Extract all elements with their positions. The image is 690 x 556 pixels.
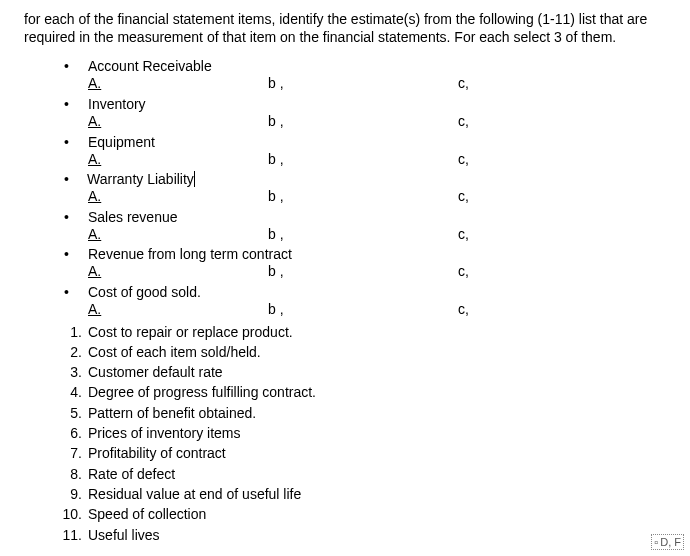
- estimate-item: 2.Cost of each item sold/held.: [62, 342, 666, 362]
- answer-row: A.b ,c,: [64, 225, 666, 245]
- answer-slot-c[interactable]: c,: [458, 262, 538, 282]
- answer-slot-a[interactable]: A.: [88, 112, 268, 132]
- answer-slot-b[interactable]: b ,: [268, 225, 458, 245]
- estimate-text: Prices of inventory items: [88, 423, 666, 443]
- answer-slot-c[interactable]: c,: [458, 225, 538, 245]
- answer-row: A.b ,c,: [64, 150, 666, 170]
- instructions-text: for each of the financial statement item…: [24, 10, 666, 46]
- answer-slot-b[interactable]: b ,: [268, 74, 458, 94]
- answer-row: A.b ,c,: [64, 112, 666, 132]
- item-header: Inventory: [64, 96, 666, 112]
- item-header: Revenue from long term contract: [64, 246, 666, 262]
- estimate-number: 2.: [62, 342, 88, 362]
- estimate-text: Degree of progress fulfilling contract.: [88, 382, 666, 402]
- estimate-item: 3.Customer default rate: [62, 362, 666, 382]
- item-header: Account Receivable: [64, 58, 666, 74]
- answer-row: A.b ,c,: [64, 187, 666, 207]
- estimate-text: Profitability of contract: [88, 443, 666, 463]
- financial-items-list: Account ReceivableA.b ,c,InventoryA.b ,c…: [64, 58, 666, 319]
- estimate-number: 11.: [62, 525, 88, 545]
- estimate-item: 7.Profitability of contract: [62, 443, 666, 463]
- item-header: Sales revenue: [64, 209, 666, 225]
- answer-slot-b[interactable]: b ,: [268, 187, 458, 207]
- answer-slot-c[interactable]: c,: [458, 300, 538, 320]
- answer-slot-a[interactable]: A.: [88, 300, 268, 320]
- estimate-number: 9.: [62, 484, 88, 504]
- item-name[interactable]: Cost of good sold.: [84, 284, 201, 300]
- answer-slot-b[interactable]: b ,: [268, 150, 458, 170]
- answer-slot-a[interactable]: A.: [88, 74, 268, 94]
- item-name[interactable]: Account Receivable: [84, 58, 212, 74]
- item-name[interactable]: Revenue from long term contract: [84, 246, 292, 262]
- focus-indicator-icon: ▫ D, F: [651, 534, 684, 550]
- estimate-number: 5.: [62, 403, 88, 423]
- financial-item: Sales revenueA.b ,c,: [64, 209, 666, 245]
- financial-item: Warranty LiabilityA.b ,c,: [64, 171, 666, 207]
- estimate-text: Speed of collection: [88, 504, 666, 524]
- answer-slot-c[interactable]: c,: [458, 112, 538, 132]
- bullet-icon: [64, 209, 84, 225]
- estimate-item: 4.Degree of progress fulfilling contract…: [62, 382, 666, 402]
- answer-slot-a[interactable]: A.: [88, 187, 268, 207]
- item-name[interactable]: Sales revenue: [84, 209, 178, 225]
- focus-label: D, F: [660, 536, 681, 548]
- estimate-number: 7.: [62, 443, 88, 463]
- bullet-icon: [64, 134, 84, 150]
- estimate-item: 11.Useful lives: [62, 525, 666, 545]
- bullet-icon: [64, 246, 84, 262]
- estimate-item: 8.Rate of defect: [62, 464, 666, 484]
- estimate-text: Cost to repair or replace product.: [88, 322, 666, 342]
- item-name[interactable]: Equipment: [84, 134, 155, 150]
- financial-item: Cost of good sold.A.b ,c,: [64, 284, 666, 320]
- answer-slot-c[interactable]: c,: [458, 74, 538, 94]
- answer-slot-b[interactable]: b ,: [268, 300, 458, 320]
- estimate-item: 10.Speed of collection: [62, 504, 666, 524]
- estimate-number: 6.: [62, 423, 88, 443]
- item-header: Warranty Liability: [64, 171, 666, 187]
- estimate-item: 9.Residual value at end of useful life: [62, 484, 666, 504]
- estimate-text: Useful lives: [88, 525, 666, 545]
- focus-box-icon: ▫: [654, 536, 658, 548]
- estimate-number: 3.: [62, 362, 88, 382]
- financial-item: Account ReceivableA.b ,c,: [64, 58, 666, 94]
- estimate-number: 8.: [62, 464, 88, 484]
- answer-row: A.b ,c,: [64, 262, 666, 282]
- estimate-text: Rate of defect: [88, 464, 666, 484]
- answer-row: A.b ,c,: [64, 74, 666, 94]
- financial-item: EquipmentA.b ,c,: [64, 134, 666, 170]
- estimate-number: 10.: [62, 504, 88, 524]
- bullet-icon: [64, 96, 84, 112]
- answer-slot-a[interactable]: A.: [88, 262, 268, 282]
- bullet-icon: [64, 284, 84, 300]
- estimate-text: Pattern of benefit obtained.: [88, 403, 666, 423]
- answer-slot-c[interactable]: c,: [458, 150, 538, 170]
- estimate-text: Residual value at end of useful life: [88, 484, 666, 504]
- answer-slot-b[interactable]: b ,: [268, 112, 458, 132]
- estimate-item: 6.Prices of inventory items: [62, 423, 666, 443]
- estimate-text: Customer default rate: [88, 362, 666, 382]
- estimate-item: 5.Pattern of benefit obtained.: [62, 403, 666, 423]
- answer-slot-a[interactable]: A.: [88, 225, 268, 245]
- estimate-number: 1.: [62, 322, 88, 342]
- item-header: Equipment: [64, 134, 666, 150]
- answer-slot-a[interactable]: A.: [88, 150, 268, 170]
- item-name[interactable]: Inventory: [84, 96, 146, 112]
- answer-row: A.b ,c,: [64, 300, 666, 320]
- item-name[interactable]: Warranty Liability: [83, 171, 195, 187]
- estimate-text: Cost of each item sold/held.: [88, 342, 666, 362]
- estimates-ordered-list: 1.Cost to repair or replace product.2.Co…: [62, 322, 666, 545]
- answer-slot-c[interactable]: c,: [458, 187, 538, 207]
- item-header: Cost of good sold.: [64, 284, 666, 300]
- bullet-icon: [64, 171, 84, 187]
- answer-slot-b[interactable]: b ,: [268, 262, 458, 282]
- estimate-item: 1.Cost to repair or replace product.: [62, 322, 666, 342]
- financial-item: Revenue from long term contractA.b ,c,: [64, 246, 666, 282]
- estimate-number: 4.: [62, 382, 88, 402]
- bullet-icon: [64, 58, 84, 74]
- financial-item: InventoryA.b ,c,: [64, 96, 666, 132]
